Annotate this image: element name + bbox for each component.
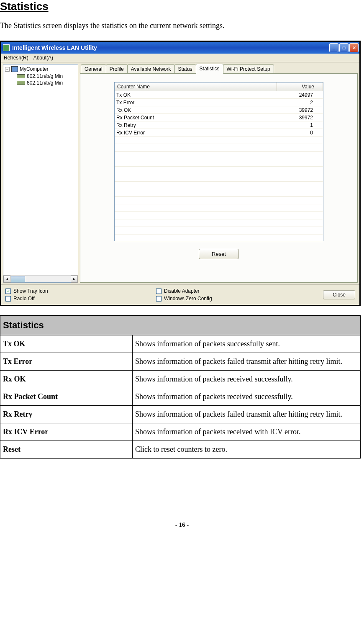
tree-item-label: 802.11n/b/g Min bbox=[27, 73, 63, 79]
definitions-table: Statistics Tx OKShows information of pac… bbox=[0, 315, 361, 459]
reset-button[interactable]: Reset bbox=[199, 249, 239, 259]
table-row: Rx RetryShows information of packets fai… bbox=[0, 406, 361, 423]
stats-row-empty bbox=[115, 137, 323, 144]
stats-row[interactable]: Rx Retry1 bbox=[115, 121, 323, 129]
definition-term: Tx Error bbox=[0, 353, 133, 371]
radio-off-checkbox[interactable]: Radio Off bbox=[5, 296, 148, 301]
tab-available-network[interactable]: Available Network bbox=[127, 64, 175, 73]
tree-root[interactable]: − MyComputer bbox=[5, 66, 76, 72]
stats-row-empty bbox=[115, 167, 323, 174]
stats-row-value: 0 bbox=[277, 130, 323, 136]
menu-refresh[interactable]: Refresh(R) bbox=[4, 55, 28, 61]
stats-row-name: Rx Packet Count bbox=[115, 115, 277, 121]
computer-icon bbox=[11, 66, 18, 72]
window-controls: _ □ ✕ bbox=[329, 43, 359, 52]
definition-desc: Shows information of packets successfull… bbox=[133, 335, 361, 353]
stats-row-empty bbox=[115, 144, 323, 152]
stats-row-empty bbox=[115, 227, 323, 234]
definition-desc: Shows information of packets failed tran… bbox=[133, 406, 361, 423]
collapse-icon[interactable]: − bbox=[5, 67, 10, 72]
header-value[interactable]: Value bbox=[277, 82, 323, 91]
close-button[interactable]: Close bbox=[323, 290, 355, 299]
maximize-button[interactable]: □ bbox=[339, 43, 349, 52]
table-row: Rx Packet CountShows information of pack… bbox=[0, 388, 361, 406]
definition-term: Rx ICV Error bbox=[0, 423, 133, 441]
scroll-thumb[interactable] bbox=[11, 276, 25, 282]
bottom-bar: ✓ Show Tray Icon Radio Off Disable Adapt… bbox=[1, 284, 359, 305]
stats-row[interactable]: Rx ICV Error0 bbox=[115, 129, 323, 137]
titlebar-text: Intelligent Wireless LAN Utility bbox=[12, 44, 329, 51]
stats-row-empty bbox=[115, 189, 323, 197]
stats-row-empty bbox=[115, 219, 323, 227]
checkbox-icon bbox=[156, 289, 161, 294]
stats-row-empty bbox=[115, 174, 323, 182]
stats-row-value: 39972 bbox=[277, 115, 323, 121]
stats-row-empty bbox=[115, 152, 323, 159]
scroll-right-icon[interactable]: ► bbox=[71, 276, 78, 283]
checkbox-icon bbox=[5, 296, 11, 301]
tree-item-0[interactable]: 802.11n/b/g Min bbox=[17, 73, 76, 80]
definition-desc: Shows information of packets received wi… bbox=[133, 423, 361, 441]
show-tray-label: Show Tray Icon bbox=[13, 288, 48, 294]
checkbox-icon: ✓ bbox=[5, 289, 11, 294]
stats-row[interactable]: Tx OK24997 bbox=[115, 91, 323, 99]
stats-rows: Tx OK24997Tx Error2Rx OK39972Rx Packet C… bbox=[115, 91, 323, 242]
show-tray-checkbox[interactable]: ✓ Show Tray Icon bbox=[5, 288, 148, 294]
table-row: Tx ErrorShows information of packets fai… bbox=[0, 353, 361, 371]
stats-row-name: Tx OK bbox=[115, 92, 277, 98]
stats-row-name: Rx OK bbox=[115, 107, 277, 113]
app-icon bbox=[3, 44, 10, 51]
definition-term: Rx Retry bbox=[0, 406, 133, 423]
tree-hscrollbar[interactable]: ◄ ► bbox=[3, 275, 78, 282]
table-row: Rx ICV ErrorShows information of packets… bbox=[0, 423, 361, 441]
stats-row-name: Rx Retry bbox=[115, 122, 277, 128]
tree-children: 802.11n/b/g Min 802.11n/b/g Min bbox=[17, 73, 76, 86]
stats-row-value: 2 bbox=[277, 100, 323, 106]
definition-desc: Shows information of packets received su… bbox=[133, 371, 361, 388]
tabstrip: General Profile Available Network Status… bbox=[80, 64, 358, 73]
page-intro: The Statistics screen displays the stati… bbox=[0, 21, 364, 30]
app-window: Intelligent Wireless LAN Utility _ □ ✕ R… bbox=[0, 41, 361, 306]
stats-row[interactable]: Tx Error2 bbox=[115, 99, 323, 106]
definition-term: Tx OK bbox=[0, 335, 133, 353]
stats-row-empty bbox=[115, 212, 323, 219]
tab-general[interactable]: General bbox=[81, 64, 106, 73]
stats-header: Counter Name Value bbox=[115, 82, 323, 91]
tab-status[interactable]: Status bbox=[174, 64, 196, 73]
adapter-icon bbox=[17, 81, 25, 85]
tab-statistics[interactable]: Statistics bbox=[196, 64, 223, 74]
stats-row-empty bbox=[115, 159, 323, 167]
stats-row-empty bbox=[115, 197, 323, 204]
disable-adapter-checkbox[interactable]: Disable Adapter bbox=[156, 288, 301, 294]
definition-desc: Shows information of packets failed tran… bbox=[133, 353, 361, 371]
definitions-header: Statistics bbox=[0, 316, 361, 335]
tabs-area: General Profile Available Network Status… bbox=[80, 64, 358, 283]
stats-row-empty bbox=[115, 182, 323, 189]
titlebar: Intelligent Wireless LAN Utility _ □ ✕ bbox=[1, 42, 359, 54]
tab-wifi-protect-setup[interactable]: Wi-Fi Protect Setup bbox=[223, 64, 274, 73]
radio-off-label: Radio Off bbox=[13, 296, 34, 301]
definition-desc: Shows information of packets received su… bbox=[133, 388, 361, 406]
definition-term: Rx OK bbox=[0, 371, 133, 388]
menu-about[interactable]: About(A) bbox=[33, 55, 53, 61]
header-counter-name[interactable]: Counter Name bbox=[115, 82, 277, 91]
tree-root-label: MyComputer bbox=[20, 66, 49, 72]
minimize-button[interactable]: _ bbox=[329, 43, 338, 52]
stats-row-name: Tx Error bbox=[115, 100, 277, 106]
scroll-left-icon[interactable]: ◄ bbox=[3, 276, 10, 283]
tab-profile[interactable]: Profile bbox=[106, 64, 128, 73]
stats-row-value: 1 bbox=[277, 122, 323, 128]
definition-desc: Click to reset counters to zero. bbox=[133, 441, 361, 459]
table-row: Tx OKShows information of packets succes… bbox=[0, 335, 361, 353]
menubar: Refresh(R) About(A) bbox=[1, 54, 359, 62]
stats-row-value: 39972 bbox=[277, 107, 323, 113]
tree-item-1[interactable]: 802.11n/b/g Min bbox=[17, 80, 76, 86]
stats-row[interactable]: Rx Packet Count39972 bbox=[115, 114, 323, 121]
windows-zero-checkbox[interactable]: Windows Zero Config bbox=[156, 296, 301, 301]
windows-zero-label: Windows Zero Config bbox=[164, 296, 212, 301]
tree-panel: − MyComputer 802.11n/b/g Min 802.11n/b/g… bbox=[3, 64, 78, 283]
close-window-button[interactable]: ✕ bbox=[349, 43, 359, 52]
stats-row-value: 24997 bbox=[277, 92, 323, 98]
stats-row[interactable]: Rx OK39972 bbox=[115, 106, 323, 114]
stats-row-empty bbox=[115, 234, 323, 242]
